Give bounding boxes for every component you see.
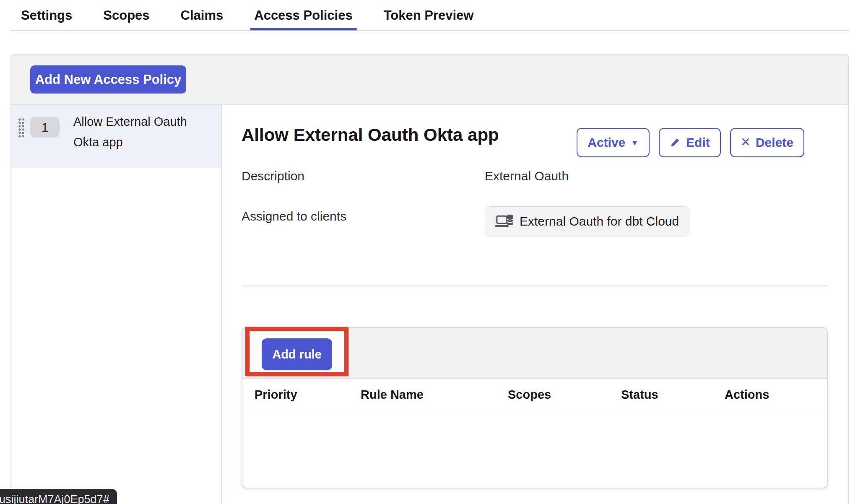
column-header-actions: Actions — [725, 378, 769, 411]
tab-label: Settings — [21, 8, 72, 23]
assigned-to-clients-label: Assigned to clients — [242, 209, 346, 223]
add-new-access-policy-button[interactable]: Add New Access Policy — [30, 65, 186, 94]
policy-list-item-selected[interactable]: 1 Allow External Oauth Okta app — [11, 105, 221, 168]
policy-detail-pane: Allow External Oauth Okta app Active ▼ E… — [222, 105, 848, 504]
tab-settings[interactable]: Settings — [21, 0, 72, 31]
description-value: External Oauth — [485, 169, 569, 183]
panel-header: Add New Access Policy — [11, 55, 848, 105]
tab-scopes[interactable]: Scopes — [103, 0, 149, 31]
tab-label: Scopes — [103, 8, 149, 23]
tab-bar: Settings Scopes Claims Access Policies T… — [21, 0, 473, 31]
access-policies-panel: Add New Access Policy 1 Allow External O… — [10, 54, 849, 504]
rules-table-header: Priority Rule Name Scopes Status Actions — [242, 378, 827, 411]
edit-button[interactable]: Edit — [659, 128, 721, 157]
column-header-status: Status — [621, 378, 658, 411]
drag-handle-icon[interactable] — [18, 118, 24, 138]
assigned-client-name: External Oauth for dbt Cloud — [520, 214, 679, 229]
active-status-dropdown-button[interactable]: Active ▼ — [577, 128, 650, 157]
chevron-down-icon: ▼ — [631, 139, 639, 147]
policy-action-buttons: Active ▼ Edit × Delete — [577, 128, 804, 157]
delete-button[interactable]: × Delete — [730, 128, 804, 157]
description-label: Description — [242, 169, 304, 183]
column-header-priority: Priority — [255, 378, 297, 411]
annotation-highlight-box: Add rule — [245, 327, 348, 376]
policy-name-label: Allow External Oauth Okta app — [73, 112, 208, 153]
tabbar-divider — [10, 30, 849, 31]
edit-label: Edit — [686, 135, 710, 150]
column-header-scopes: Scopes — [508, 378, 551, 411]
policy-priority-badge: 1 — [30, 117, 60, 138]
tab-claims[interactable]: Claims — [181, 0, 224, 31]
close-icon: × — [741, 134, 750, 150]
tab-token-preview[interactable]: Token Preview — [384, 0, 474, 31]
link-status-tooltip: usijiutarM7Aj0Ep5d7# — [0, 489, 117, 504]
active-status-label: Active — [587, 135, 625, 150]
assigned-client-chip[interactable]: External Oauth for dbt Cloud — [485, 206, 689, 236]
rules-card: Add rule Priority Rule Name Scopes Statu… — [242, 327, 828, 488]
client-app-icon — [495, 213, 514, 230]
pencil-icon — [670, 137, 681, 148]
column-header-rule-name: Rule Name — [361, 378, 424, 411]
add-rule-button[interactable]: Add rule — [262, 338, 332, 370]
delete-label: Delete — [756, 135, 793, 150]
policy-list-sidebar: 1 Allow External Oauth Okta app — [11, 105, 222, 504]
policy-title: Allow External Oauth Okta app — [242, 125, 499, 145]
tab-label: Token Preview — [384, 8, 474, 23]
tab-label: Claims — [181, 8, 224, 23]
tab-access-policies[interactable]: Access Policies — [254, 0, 352, 31]
app-screen: Settings Scopes Claims Access Policies T… — [0, 0, 863, 504]
tab-label: Access Policies — [254, 8, 352, 23]
section-divider — [242, 286, 828, 286]
